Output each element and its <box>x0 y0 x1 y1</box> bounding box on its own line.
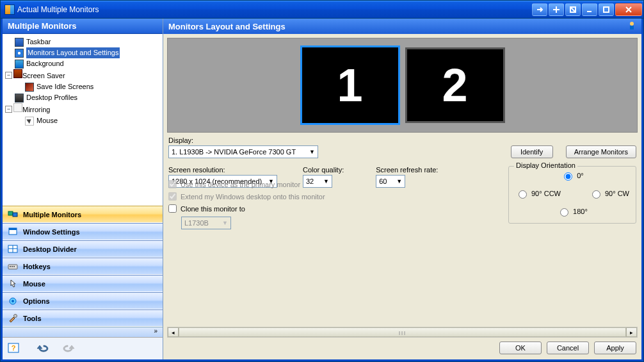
svg-rect-1 <box>604 7 609 12</box>
identify-button[interactable]: Identify <box>511 145 553 158</box>
nav-window-settings[interactable]: Window Settings <box>3 223 163 240</box>
svg-rect-19 <box>630 26 634 29</box>
tree-item-taskbar[interactable]: Taskbar <box>5 37 161 47</box>
hotkeys-icon <box>8 261 18 272</box>
save-idle-icon <box>25 83 34 92</box>
tree-item-mirroring[interactable]: −Mirroring Mouse <box>5 103 161 126</box>
expand-toggle[interactable]: − <box>5 72 12 79</box>
minimize-button[interactable] <box>582 3 597 16</box>
monitor-1[interactable]: 1 <box>300 45 400 125</box>
tree-item-mirror-mouse[interactable]: Mouse <box>15 115 161 126</box>
settings-area: Display: 1. L1930B -> NVIDIA GeForce 730… <box>167 133 638 279</box>
apply-button[interactable]: Apply <box>594 341 636 354</box>
svg-point-15 <box>14 314 17 317</box>
extend-desktop-checkbox-row: Extend my Windows desktop onto this moni… <box>168 192 399 201</box>
nav-multiple-monitors[interactable]: Multiple Monitors <box>3 206 163 223</box>
nav-options[interactable]: Options <box>3 292 163 309</box>
svg-text:?: ? <box>12 344 16 352</box>
close-button[interactable] <box>615 3 642 16</box>
mouse-nav-icon <box>8 279 18 289</box>
options-icon <box>8 296 18 306</box>
scroll-thumb[interactable]: ııı <box>179 327 626 337</box>
monitors-icon <box>8 210 18 220</box>
refresh-label: Screen refresh rate: <box>376 166 438 174</box>
mirroring-icon <box>13 103 22 112</box>
left-panel: Multiple Monitors Taskbar Monitors Layou… <box>3 19 163 359</box>
tree-item-save-idle[interactable]: Save Idle Screens <box>15 81 161 92</box>
help-button[interactable]: ? <box>6 341 24 356</box>
primary-monitor-checkbox <box>168 180 177 188</box>
nav-mouse[interactable]: Mouse <box>3 275 163 292</box>
window-titlebar: Actual Multiple Monitors <box>1 1 643 19</box>
orientation-legend: Display Orientation <box>514 161 577 169</box>
nav-tree: Taskbar Monitors Layout and Settings Bac… <box>3 34 163 175</box>
display-select[interactable]: 1. L1930B -> NVIDIA GeForce 7300 GT▼ <box>168 145 318 158</box>
display-label: Display: <box>168 136 318 144</box>
svg-rect-11 <box>12 266 13 267</box>
taskbar-icon <box>15 38 24 47</box>
arrange-monitors-button[interactable]: Arrange Monitors <box>566 145 636 158</box>
app-icon <box>4 4 15 15</box>
nav-bars: Multiple Monitors Window Settings Deskto… <box>3 206 163 337</box>
desktop-profiles-icon <box>15 94 24 103</box>
maximize-button[interactable] <box>599 3 614 16</box>
orient-0-radio[interactable] <box>564 172 572 181</box>
tree-item-monitors-layout[interactable]: Monitors Layout and Settings <box>5 47 161 58</box>
window-title: Actual Multiple Monitors <box>15 5 532 14</box>
svg-point-18 <box>630 22 634 26</box>
titlebar-extra-button-2[interactable] <box>549 3 564 16</box>
right-panel-header: Monitors Layout and Settings <box>163 19 641 34</box>
svg-rect-2 <box>8 211 13 215</box>
left-panel-header: Multiple Monitors <box>3 19 163 34</box>
ok-button[interactable]: OK <box>499 341 542 354</box>
content-area: 1 2 Display: 1. L1930B -> NVIDIA GeForce… <box>163 34 641 359</box>
titlebar-extra-button-1[interactable] <box>532 3 547 16</box>
left-panel-title: Multiple Monitors <box>8 21 77 31</box>
titlebar-extra-button-3[interactable] <box>565 3 581 16</box>
dialog-footer: OK Cancel Apply <box>167 339 638 356</box>
scroll-right-button[interactable]: ▸ <box>626 327 637 337</box>
cancel-button[interactable]: Cancel <box>547 341 589 354</box>
nav-tools[interactable]: Tools <box>3 309 163 327</box>
monitor-layout-icon <box>15 49 24 58</box>
orient-90ccw-radio[interactable] <box>519 190 527 199</box>
nav-desktop-divider[interactable]: Desktop Divider <box>3 240 163 258</box>
resolution-label: Screen resolution: <box>168 166 277 174</box>
svg-rect-3 <box>13 213 17 217</box>
tree-item-screensaver[interactable]: −Screen Saver Save Idle Screens <box>5 69 161 92</box>
desktop-divider-icon <box>8 244 18 254</box>
svg-point-14 <box>12 300 14 302</box>
extend-desktop-checkbox <box>168 192 177 201</box>
monitor-2[interactable]: 2 <box>405 47 505 123</box>
clone-monitor-checkbox[interactable] <box>168 204 177 213</box>
nav-overflow-chevron[interactable]: »▾ <box>3 327 163 337</box>
orient-180-radio[interactable] <box>560 208 568 217</box>
window-settings-icon <box>8 227 18 237</box>
redo-button[interactable] <box>60 341 78 356</box>
undo-button[interactable] <box>33 341 51 356</box>
monitor-preview-area[interactable]: 1 2 <box>167 38 638 133</box>
screensaver-icon <box>13 69 22 78</box>
right-header-icon <box>627 21 636 32</box>
bottom-toolbar: ? <box>3 337 163 359</box>
nav-hotkeys[interactable]: Hotkeys <box>3 258 163 275</box>
svg-rect-12 <box>13 266 15 267</box>
background-icon <box>15 60 24 69</box>
clone-target-select: L1730B▼ <box>181 217 231 229</box>
tree-item-desktop-profiles[interactable]: Desktop Profiles <box>5 92 161 103</box>
right-panel-title: Monitors Layout and Settings <box>168 22 286 31</box>
svg-rect-5 <box>9 228 17 230</box>
horizontal-scrollbar[interactable]: ◂ ııı ▸ <box>167 327 638 338</box>
scroll-left-button[interactable]: ◂ <box>168 327 179 337</box>
expand-toggle[interactable]: − <box>5 106 12 113</box>
clone-monitor-checkbox-row[interactable]: Clone this monitor to <box>168 204 399 213</box>
mouse-icon <box>25 117 34 126</box>
primary-monitor-checkbox-row: Use this device as the primary monitor <box>168 180 399 188</box>
window-buttons <box>532 3 642 16</box>
orientation-group: Display Orientation 0° 90° CCW 90° CW 18… <box>508 166 636 224</box>
color-quality-label: Color quality: <box>303 166 344 174</box>
tools-icon <box>8 313 18 324</box>
tree-item-background[interactable]: Background <box>5 58 161 69</box>
orient-90cw-radio[interactable] <box>592 190 600 199</box>
svg-rect-10 <box>10 266 11 267</box>
